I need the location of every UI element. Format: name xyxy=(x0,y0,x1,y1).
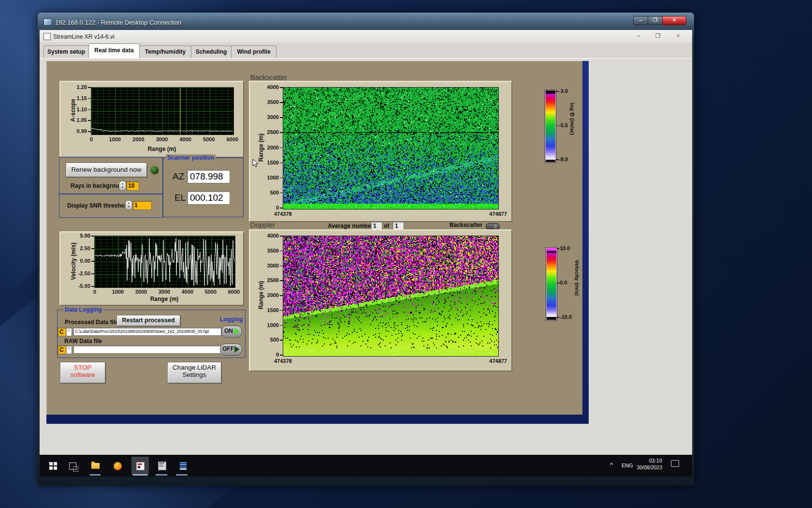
change-line2: Settings xyxy=(168,371,221,378)
tab-scheduling[interactable]: Scheduling xyxy=(191,45,232,58)
tick-mark xyxy=(88,120,91,121)
tick-mark xyxy=(280,163,283,164)
notes-app-button[interactable] xyxy=(175,457,191,475)
rdp-close-button[interactable]: ✕ xyxy=(662,16,686,25)
tick-mark xyxy=(88,131,91,132)
snr-threshold-label: Display SNR threshold xyxy=(67,202,130,209)
app-minimize-button[interactable]: – xyxy=(632,32,645,40)
tick-mark xyxy=(557,283,559,284)
snr-spinner[interactable]: ▴▾ xyxy=(125,200,132,210)
tick-mark xyxy=(280,325,283,326)
tray-caret[interactable]: ^ xyxy=(610,461,613,468)
rays-spinner[interactable]: ▴▾ xyxy=(119,181,126,191)
tick-mark xyxy=(280,193,283,194)
tab-temp-humidity[interactable]: Temp/humidity xyxy=(139,45,191,58)
tick-mark xyxy=(280,236,283,237)
logging-on-toggle[interactable]: ON xyxy=(221,326,242,338)
snr-value[interactable]: 1 xyxy=(132,201,152,210)
scan-scheduler-icon xyxy=(158,462,166,470)
app-close-button[interactable]: ✕ xyxy=(672,32,684,40)
colorbar-tick-label: -5.5 xyxy=(559,122,568,128)
screen: 192.168.0.122 - Remote Desktop Connectio… xyxy=(0,0,812,508)
az-label: AZ xyxy=(173,171,184,182)
of-label: of xyxy=(384,223,389,229)
off-label: OFF xyxy=(222,345,234,352)
app-restore-button[interactable]: ❐ xyxy=(652,32,664,40)
app-titlebar[interactable] xyxy=(40,30,692,43)
axis-tick-label: 2500 xyxy=(256,277,279,283)
axis-tick-label: 1000 xyxy=(106,289,130,295)
el-value[interactable]: 000.102 xyxy=(187,191,230,205)
backscatter-title: Backscatter xyxy=(250,74,287,81)
tray-language[interactable]: ENG xyxy=(622,463,633,468)
change-lidar-settings-button[interactable]: Change LiDAR Settings xyxy=(167,362,221,383)
stop-line2: software xyxy=(60,371,105,378)
average-number-label: Average number xyxy=(328,223,373,229)
axis-tick-label: 1.10 xyxy=(64,106,87,112)
stop-line1: STOP xyxy=(60,364,105,371)
backscatter-x-left: 474378 xyxy=(274,211,292,217)
restart-processed-file-button[interactable]: Restart processed file xyxy=(116,315,180,326)
az-value[interactable]: 078.998 xyxy=(187,170,230,183)
axis-tick-label: 3000 xyxy=(256,114,279,120)
axis-tick-label: 3000 xyxy=(150,136,174,142)
tray-date[interactable]: 30/08/2023 xyxy=(633,464,662,470)
tick-mark xyxy=(280,266,283,267)
firefox-icon xyxy=(114,462,122,470)
axis-tick-label: 2.50 xyxy=(67,245,90,251)
rdp-restore-button[interactable]: ❐ xyxy=(648,16,663,25)
raw-browse-button[interactable]: ⌸ xyxy=(66,345,72,354)
tick-mark xyxy=(556,125,558,126)
axis-tick-label: 2000 xyxy=(256,292,279,298)
axis-tick-label: 0.00 xyxy=(67,258,90,264)
tab-wind-profile[interactable]: Wind profile xyxy=(231,45,276,58)
tray-time[interactable]: 03:10 xyxy=(637,458,662,463)
axis-tick-label: 1000 xyxy=(103,136,127,142)
raw-path-field[interactable] xyxy=(73,345,221,354)
stop-software-button[interactable]: STOP software xyxy=(60,362,105,383)
axis-tick-label: 0 xyxy=(256,205,279,210)
axis-tick-label: 4000 xyxy=(256,84,279,90)
tick-mark xyxy=(557,317,559,318)
start-button[interactable] xyxy=(45,457,61,475)
doppler-colorbar-label: Velocity (m/s) xyxy=(574,260,580,296)
axis-tick-label: -5.00 xyxy=(67,283,90,289)
streamline-underline xyxy=(133,474,147,476)
task-view-button[interactable] xyxy=(64,457,81,475)
tick-mark xyxy=(280,132,283,133)
axis-tick-label: 1500 xyxy=(256,160,279,165)
folder-icon xyxy=(91,463,100,469)
data-logging-title: Data Logging xyxy=(63,306,103,313)
tab-system-setup[interactable]: System setup xyxy=(44,45,89,58)
logging-label: Logging xyxy=(218,316,244,323)
rays-value[interactable]: 10 xyxy=(126,181,139,191)
tick-mark xyxy=(556,91,558,92)
tab-real-time-data[interactable]: Real time data xyxy=(88,44,140,58)
axis-tick-label: 3000 xyxy=(256,263,279,269)
file-explorer-button[interactable] xyxy=(87,457,103,475)
notes-icon xyxy=(180,462,187,470)
axis-tick-label: 1.05 xyxy=(64,117,87,123)
logging-off-toggle[interactable]: OFF xyxy=(220,344,242,356)
axis-tick-label: 4000 xyxy=(256,233,279,239)
rdp-minimize-button[interactable]: – xyxy=(633,16,648,25)
axis-tick-label: 500 xyxy=(256,337,279,343)
velocity-plot xyxy=(94,236,235,288)
axis-tick-label: 1500 xyxy=(256,307,279,313)
tick-mark xyxy=(280,208,283,209)
streamline-xr-button[interactable] xyxy=(132,457,148,475)
backscatter-toggle-label: Backscatter xyxy=(450,222,482,228)
processed-path-field[interactable]: C:\Lidar\Data\Proc\2023\202308\20230830\… xyxy=(73,328,221,336)
renew-background-button[interactable]: Renew background now xyxy=(66,163,147,177)
velocity-xlabel: Range (m) xyxy=(145,296,184,302)
processed-browse-button[interactable]: ⌸ xyxy=(66,328,72,336)
axis-tick-label: 2000 xyxy=(127,136,150,142)
notification-bubble-icon[interactable] xyxy=(671,460,679,467)
colorbar-tick-label: -10.0 xyxy=(560,314,572,320)
axis-tick-label: 3500 xyxy=(256,248,279,254)
scan-scheduler-button[interactable] xyxy=(154,457,170,475)
firefox-button[interactable] xyxy=(109,457,126,475)
app-title: StreamLine XR v14-6.vi xyxy=(53,33,115,40)
scanner-position-group xyxy=(163,158,244,217)
processed-data-file-label: Processed Data file xyxy=(65,319,118,326)
